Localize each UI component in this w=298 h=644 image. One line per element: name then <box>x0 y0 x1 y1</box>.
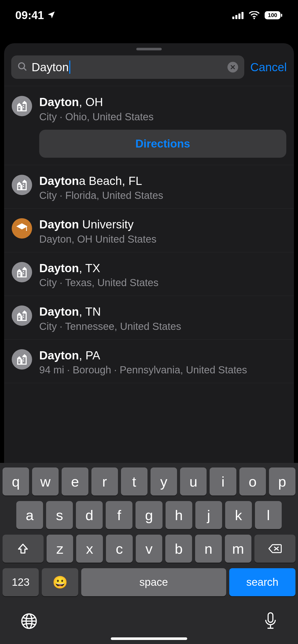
result-title: Dayton, TX <box>39 261 286 276</box>
directions-button[interactable]: Directions <box>39 130 286 158</box>
backspace-key[interactable] <box>254 535 295 563</box>
key-s[interactable]: s <box>46 501 73 529</box>
key-h[interactable]: h <box>166 501 192 529</box>
result-title-rest: , OH <box>79 95 103 109</box>
key-f[interactable]: f <box>106 501 132 529</box>
result-title-rest: , PA <box>79 349 100 362</box>
key-q[interactable]: q <box>3 467 29 495</box>
result-title-bold: Dayton <box>39 305 79 318</box>
result-row[interactable]: Dayton UniversityDayton, OH United State… <box>4 209 294 252</box>
key-x[interactable]: x <box>76 535 103 563</box>
key-w[interactable]: w <box>32 467 59 495</box>
home-indicator[interactable] <box>111 637 187 640</box>
key-n[interactable]: n <box>195 535 222 563</box>
battery-level: 100 <box>268 12 277 18</box>
result-subtitle: City · Ohio, United States <box>39 111 286 123</box>
keyboard-row-4: 123 😀 space search <box>3 568 295 596</box>
svg-rect-2 <box>238 13 240 19</box>
svg-rect-25 <box>23 358 24 359</box>
result-row[interactable]: Dayton, TXCity · Texas, United States <box>4 252 294 296</box>
status-bar: 09:41 100 <box>0 0 298 31</box>
key-d[interactable]: d <box>76 501 103 529</box>
result-subtitle: City · Texas, United States <box>39 277 286 288</box>
battery-icon: 100 <box>264 11 283 20</box>
key-b[interactable]: b <box>165 535 192 563</box>
svg-rect-11 <box>19 107 20 108</box>
result-row[interactable]: Dayton, TNCity · Tennessee, United State… <box>4 296 294 340</box>
status-left: 09:41 <box>15 9 56 22</box>
numbers-key[interactable]: 123 <box>3 568 39 596</box>
cancel-button[interactable]: Cancel <box>250 60 287 74</box>
key-o[interactable]: o <box>239 467 266 495</box>
key-l[interactable]: l <box>255 501 282 529</box>
svg-rect-16 <box>23 186 24 187</box>
result-title-bold: Dayton <box>39 349 79 362</box>
key-m[interactable]: m <box>225 535 252 563</box>
result-title: Daytona Beach, FL <box>39 174 286 188</box>
result-body: Dayton, OHCity · Ohio, United StatesDire… <box>39 95 286 158</box>
search-input[interactable]: Dayton <box>32 60 223 74</box>
svg-rect-21 <box>19 317 20 318</box>
grabber-handle[interactable] <box>136 48 162 50</box>
keyboard-row-2: asdfghjkl <box>3 501 295 529</box>
svg-rect-1 <box>235 15 237 19</box>
key-a[interactable]: a <box>16 501 43 529</box>
key-e[interactable]: e <box>62 467 88 495</box>
key-y[interactable]: y <box>151 467 177 495</box>
svg-rect-23 <box>23 317 24 318</box>
key-t[interactable]: t <box>121 467 147 495</box>
search-row: Dayton Cancel <box>4 55 294 86</box>
svg-rect-22 <box>23 315 24 316</box>
status-time: 09:41 <box>15 9 44 22</box>
search-icon <box>17 62 28 73</box>
result-body: Daytona Beach, FLCity · Florida, United … <box>39 174 286 201</box>
wifi-icon <box>249 11 260 19</box>
key-k[interactable]: k <box>225 501 252 529</box>
shift-key[interactable] <box>3 535 44 563</box>
svg-point-7 <box>19 63 24 69</box>
svg-rect-15 <box>23 184 24 185</box>
key-u[interactable]: u <box>180 467 207 495</box>
search-field[interactable]: Dayton <box>11 55 244 79</box>
city-icon <box>12 175 32 195</box>
results-list: Dayton, OHCity · Ohio, United StatesDire… <box>4 86 294 383</box>
result-title-bold: Dayton <box>39 218 79 231</box>
status-right: 100 <box>232 11 283 20</box>
result-subtitle: City · Tennessee, United States <box>39 321 286 332</box>
keyboard-row-3-letters: zxcvbnm <box>47 535 251 563</box>
svg-rect-32 <box>268 613 273 622</box>
svg-rect-12 <box>23 105 24 106</box>
key-g[interactable]: g <box>136 501 162 529</box>
key-z[interactable]: z <box>47 535 73 563</box>
result-row[interactable]: Daytona Beach, FLCity · Florida, United … <box>4 165 294 209</box>
result-title-rest: a Beach, FL <box>79 174 142 187</box>
key-r[interactable]: r <box>91 467 118 495</box>
keyboard: qwertyuiop asdfghjkl zxcvbnm 123 😀 space… <box>0 463 298 644</box>
result-row[interactable]: Dayton, PA94 mi · Borough · Pennsylvania… <box>4 340 294 383</box>
key-c[interactable]: c <box>106 535 133 563</box>
key-j[interactable]: j <box>195 501 222 529</box>
globe-key[interactable] <box>20 612 38 631</box>
search-key[interactable]: search <box>229 568 295 596</box>
result-title-bold: Dayton <box>39 261 79 275</box>
result-title: Dayton University <box>39 217 286 232</box>
clear-button[interactable] <box>227 62 238 72</box>
emoji-key[interactable]: 😀 <box>42 568 78 596</box>
result-title-rest: University <box>79 218 134 231</box>
key-p[interactable]: p <box>269 467 295 495</box>
result-subtitle: City · Florida, United States <box>39 190 286 201</box>
result-title: Dayton, OH <box>39 95 286 110</box>
key-v[interactable]: v <box>136 535 162 563</box>
key-i[interactable]: i <box>210 467 236 495</box>
dictation-key[interactable] <box>263 612 278 631</box>
text-caret <box>69 61 70 74</box>
result-row[interactable]: Dayton, OHCity · Ohio, United StatesDire… <box>4 86 294 165</box>
result-body: Dayton UniversityDayton, OH United State… <box>39 217 286 245</box>
city-icon <box>12 96 32 116</box>
result-title-rest: , TX <box>79 261 100 275</box>
svg-rect-3 <box>241 12 243 19</box>
result-body: Dayton, TXCity · Texas, United States <box>39 261 286 289</box>
svg-rect-20 <box>23 273 24 274</box>
svg-rect-6 <box>281 14 282 17</box>
space-key[interactable]: space <box>81 568 226 596</box>
